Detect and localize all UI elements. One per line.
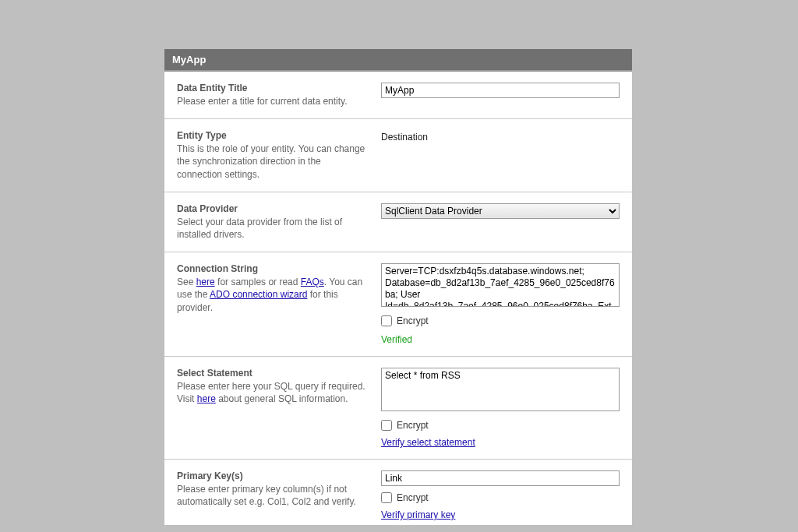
connstr-encrypt-checkbox[interactable] (381, 315, 392, 326)
section-entity-title: Data Entity Title Please enter a title f… (164, 72, 632, 119)
select-input[interactable]: Select * from RSS (381, 368, 620, 411)
entity-type-value: Destination (381, 130, 620, 143)
section-connection-string: Connection String See here for samples o… (164, 252, 632, 357)
select-encrypt-label: Encrypt (397, 420, 429, 431)
connstr-ado-wizard-link[interactable]: ADO connection wizard (210, 289, 307, 300)
config-panel: MyApp Data Entity Title Please enter a t… (164, 49, 632, 525)
section-select-statement: Select Statement Please enter here your … (164, 357, 632, 460)
connstr-desc: See here for samples or read FAQs. You c… (177, 276, 367, 314)
panel-title: MyApp (164, 49, 632, 72)
select-encrypt-checkbox[interactable] (381, 420, 392, 431)
verify-select-link[interactable]: Verify select statement (381, 437, 475, 448)
select-encrypt-row: Encrypt (381, 420, 620, 431)
section-entity-type: Entity Type This is the role of your ent… (164, 119, 632, 192)
connstr-input[interactable]: Server=TCP:dsxfzb4q5s.database.windows.n… (381, 263, 620, 307)
select-desc: Please enter here your SQL query if requ… (177, 380, 367, 405)
pk-encrypt-row: Encrypt (381, 492, 620, 503)
entity-title-input[interactable] (381, 83, 620, 98)
pk-encrypt-label: Encrypt (397, 492, 429, 503)
pk-input[interactable] (381, 470, 620, 486)
connstr-status: Verified (381, 334, 620, 345)
section-primary-key: Primary Key(s) Please enter primary key … (164, 460, 632, 525)
connstr-label: Connection String (177, 263, 367, 274)
pk-desc: Please enter primary key column(s) if no… (177, 483, 367, 508)
section-data-provider: Data Provider Select your data provider … (164, 192, 632, 252)
connstr-encrypt-label: Encrypt (397, 315, 429, 326)
verify-pk-link[interactable]: Verify primary key (381, 509, 455, 520)
provider-desc: Select your data provider from the list … (177, 216, 367, 241)
select-here-link[interactable]: here (197, 393, 216, 404)
entity-title-desc: Please enter a title for current data en… (177, 95, 367, 107)
connstr-encrypt-row: Encrypt (381, 315, 620, 326)
connstr-here-link[interactable]: here (196, 277, 215, 287)
entity-type-label: Entity Type (177, 130, 367, 141)
provider-select[interactable]: SqlClient Data Provider (381, 203, 620, 219)
select-label: Select Statement (177, 368, 367, 379)
pk-label: Primary Key(s) (177, 470, 367, 481)
entity-type-desc: This is the role of your entity. You can… (177, 143, 367, 181)
entity-title-label: Data Entity Title (177, 83, 367, 93)
pk-encrypt-checkbox[interactable] (381, 492, 392, 503)
provider-label: Data Provider (177, 203, 367, 214)
connstr-faqs-link[interactable]: FAQs (301, 277, 324, 287)
